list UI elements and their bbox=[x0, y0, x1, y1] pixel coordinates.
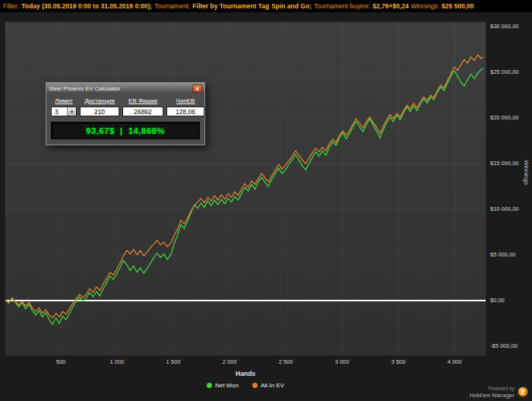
distance-field[interactable]: 210 bbox=[80, 107, 119, 116]
legend-label-net-won: Net Won bbox=[215, 382, 239, 389]
x-tick-label: 3 000 bbox=[335, 358, 350, 365]
buyins-value[interactable]: $2,76+$0,24 bbox=[372, 2, 409, 10]
legend-item-net-won[interactable]: Net Won bbox=[207, 382, 239, 389]
ev-calculator-title: Steel Phoenix EV Calculator bbox=[49, 85, 120, 92]
buyins-label: Tournament buyins: bbox=[314, 2, 370, 10]
limit-select[interactable]: 3 ▼ bbox=[51, 107, 77, 116]
close-icon[interactable]: x bbox=[192, 84, 202, 93]
all-in-ev-marker-icon bbox=[252, 383, 258, 388]
tournament-tag-value[interactable]: Spin and Go; bbox=[271, 2, 312, 10]
chart-legend: Net Won All-In EV bbox=[207, 382, 284, 389]
limit-selected-value: 3 bbox=[55, 108, 59, 116]
x-tick-label: 1 500 bbox=[166, 358, 181, 365]
y-tick-label: $20 000,00 bbox=[490, 114, 519, 121]
x-axis-title: Hands bbox=[236, 370, 255, 377]
ev-calculator-titlebar[interactable]: Steel Phoenix EV Calculator x bbox=[46, 83, 204, 94]
limit-column-label: Лимит bbox=[51, 97, 77, 104]
y-tick-label: $25 000,00 bbox=[490, 68, 519, 75]
y-tick-label: -$5 000,00 bbox=[490, 342, 518, 349]
ev-calculator-body: Лимит Дистанция ЕВ Фишки ЧипЕВ 3 ▼ 210 2… bbox=[46, 94, 204, 145]
winnings-label: Winnings: bbox=[411, 2, 439, 10]
x-tick-label: 500 bbox=[56, 358, 66, 365]
filter-label: Filter: bbox=[3, 2, 19, 10]
y-axis-title: Winnings bbox=[523, 160, 530, 185]
winnings-chart bbox=[5, 22, 486, 355]
legend-label-all-in-ev: All-In EV bbox=[261, 382, 284, 389]
x-tick-label: 4 000 bbox=[448, 358, 462, 365]
holdem-manager-logo-icon: 2 bbox=[518, 387, 528, 397]
ev-chips-column-label: ЕВ Фишки bbox=[122, 97, 163, 104]
ev-chips-field[interactable]: 26892 bbox=[122, 107, 163, 116]
y-tick-label: $15 000,00 bbox=[490, 160, 519, 167]
ev-calculator-window[interactable]: Steel Phoenix EV Calculator x Лимит Дист… bbox=[46, 82, 205, 145]
tournament-filter-value[interactable]: Filter by Tournament Tag bbox=[192, 2, 269, 10]
tournament-label: Tournament: bbox=[154, 2, 190, 10]
y-tick-label: $0,00 bbox=[490, 297, 505, 304]
y-axis-labels: $30 000,00$25 000,00$20 000,00$15 000,00… bbox=[490, 0, 531, 401]
y-tick-label: $10 000,00 bbox=[490, 205, 519, 212]
net-won-marker-icon bbox=[207, 383, 212, 388]
powered-by-block: Powered by Hold'em Manager 2 bbox=[470, 386, 528, 399]
powered-by-text: Powered by bbox=[470, 386, 515, 392]
ev-result-display: 93,67$ | 14,868% bbox=[51, 122, 200, 139]
holdem-manager-graph-window: Filter:Today (30.05.2019 0:00 to 31.05.2… bbox=[0, 0, 532, 401]
legend-item-all-in-ev[interactable]: All-In EV bbox=[252, 382, 284, 389]
filter-bar: Filter:Today (30.05.2019 0:00 to 31.05.2… bbox=[0, 0, 532, 12]
y-tick-label: $30 000,00 bbox=[490, 23, 519, 30]
distance-column-label: Дистанция bbox=[80, 97, 119, 104]
x-tick-label: 1 000 bbox=[110, 358, 125, 365]
chevron-down-icon[interactable]: ▼ bbox=[67, 107, 76, 116]
brand-name: Hold'em Manager bbox=[470, 392, 515, 399]
x-tick-label: 2 500 bbox=[279, 358, 293, 365]
y-tick-label: $5 000,00 bbox=[490, 251, 515, 258]
chip-ev-column-label: ЧипЕВ bbox=[166, 97, 204, 104]
filter-value[interactable]: Today (30.05.2019 0:00 to 31.05.2019 0:0… bbox=[21, 2, 152, 10]
x-tick-label: 2 000 bbox=[223, 358, 237, 365]
chart-plot-area[interactable] bbox=[5, 21, 486, 356]
chip-ev-field[interactable]: 128,06 bbox=[166, 107, 204, 116]
winnings-value: $25 500,00 bbox=[442, 2, 474, 10]
x-tick-label: 3 500 bbox=[391, 358, 406, 365]
